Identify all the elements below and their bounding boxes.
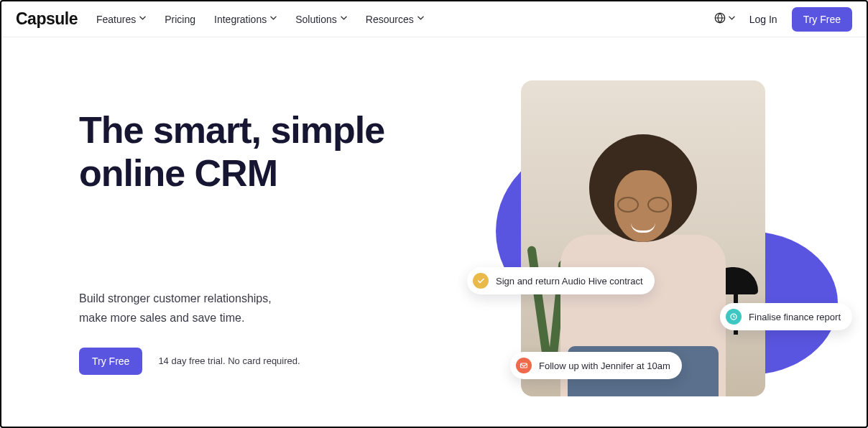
chevron-down-icon bbox=[729, 16, 735, 22]
login-link[interactable]: Log In bbox=[749, 14, 777, 25]
task-pill: Finalise finance report bbox=[720, 303, 852, 330]
task-text: Sign and return Audio Hive contract bbox=[496, 276, 643, 287]
task-text: Finalise finance report bbox=[749, 312, 841, 322]
hero-section: The smart, simple online CRM Build stron… bbox=[1, 37, 867, 427]
hero-try-free-button[interactable]: Try Free bbox=[79, 348, 142, 375]
nav-item-integrations[interactable]: Integrations bbox=[214, 14, 277, 25]
trial-note: 14 day free trial. No card required. bbox=[158, 355, 300, 366]
nav-item-features[interactable]: Features bbox=[96, 14, 146, 25]
hero-headline: The smart, simple online CRM bbox=[79, 109, 453, 195]
chevron-down-icon bbox=[341, 16, 347, 22]
nav-item-pricing[interactable]: Pricing bbox=[165, 14, 195, 25]
subhead-line: Build stronger customer relationships, bbox=[79, 292, 272, 304]
nav-item-resources[interactable]: Resources bbox=[366, 14, 424, 25]
nav-label: Integrations bbox=[214, 14, 267, 25]
task-pill: Sign and return Audio Hive contract bbox=[467, 267, 655, 294]
nav-label: Resources bbox=[366, 14, 414, 25]
chevron-down-icon bbox=[139, 16, 146, 22]
hero-photo bbox=[521, 80, 765, 396]
top-nav: Capsule Features Pricing Integrations So… bbox=[1, 1, 867, 37]
nav-right: Log In Try Free bbox=[714, 7, 852, 32]
globe-icon bbox=[714, 11, 726, 27]
check-icon bbox=[473, 273, 489, 289]
nav-label: Features bbox=[96, 14, 136, 25]
hero-copy: The smart, simple online CRM Build stron… bbox=[79, 37, 453, 375]
chevron-down-icon bbox=[270, 16, 277, 22]
hero-cta-row: Try Free 14 day free trial. No card requ… bbox=[79, 348, 453, 375]
nav-item-solutions[interactable]: Solutions bbox=[295, 14, 347, 25]
nav-label: Pricing bbox=[165, 14, 195, 25]
subhead-line: make more sales and save time. bbox=[79, 312, 244, 324]
language-selector[interactable] bbox=[714, 11, 735, 27]
chevron-down-icon bbox=[417, 16, 424, 22]
primary-nav: Features Pricing Integrations Solutions … bbox=[96, 14, 708, 25]
try-free-button[interactable]: Try Free bbox=[792, 7, 852, 32]
nav-label: Solutions bbox=[295, 14, 337, 25]
task-pill: Follow up with Jennifer at 10am bbox=[510, 352, 682, 379]
clock-icon bbox=[726, 309, 742, 325]
mail-icon bbox=[516, 358, 532, 373]
brand-logo[interactable]: Capsule bbox=[16, 9, 78, 29]
hero-subhead: Build stronger customer relationships, m… bbox=[79, 289, 453, 327]
task-text: Follow up with Jennifer at 10am bbox=[539, 360, 670, 371]
svg-rect-2 bbox=[521, 363, 527, 368]
hero-visual: Sign and return Audio Hive contract Fina… bbox=[453, 37, 867, 427]
